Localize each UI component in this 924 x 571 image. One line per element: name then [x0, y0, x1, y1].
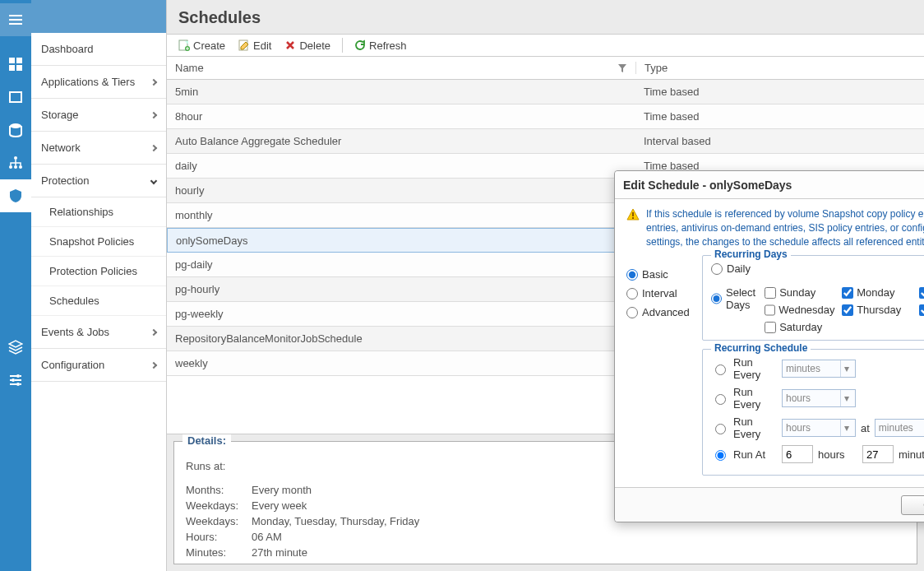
run-at-radio[interactable]: Run At: [711, 448, 777, 461]
rail-storage-icon[interactable]: [0, 114, 31, 146]
run-every-hours-radio[interactable]: Run Every: [711, 386, 777, 411]
svg-point-16: [632, 217, 634, 219]
chevron-right-icon: [150, 361, 157, 368]
hours-select-2[interactable]: hours▾: [782, 419, 856, 437]
cell-name: pg-daily: [167, 258, 635, 271]
recurring-daily-radio[interactable]: Daily: [711, 262, 924, 275]
warning-icon: [626, 208, 640, 221]
day-checkbox-tuesday[interactable]: Tuesday: [919, 286, 924, 299]
delete-button[interactable]: Delete: [280, 36, 335, 54]
minutes-select-2[interactable]: minutes▾: [875, 419, 924, 437]
table-row[interactable]: 5minTime based: [167, 80, 924, 104]
svg-rect-4: [10, 92, 21, 102]
chevron-down-icon: ▾: [840, 390, 852, 406]
day-checkbox-saturday[interactable]: Saturday: [765, 321, 834, 333]
create-icon: [178, 39, 190, 51]
delete-icon: [284, 39, 296, 51]
refresh-button[interactable]: Refresh: [349, 36, 412, 54]
cell-name: pg-hourly: [167, 283, 635, 295]
rail-dashboard-icon[interactable]: [0, 48, 31, 81]
cell-type: Time based: [635, 110, 924, 123]
toolbar: Create Edit Delete Refresh: [167, 34, 924, 57]
day-checkbox-wednesday[interactable]: Wednesday: [765, 304, 834, 316]
svg-point-5: [10, 123, 21, 128]
table-row[interactable]: Auto Balance Aggregate SchedulerInterval…: [167, 129, 924, 154]
recurring-schedule-fieldset: Recurring Schedule Run Every minutes▾ Ru…: [702, 349, 924, 476]
rail-apps-icon[interactable]: [0, 81, 31, 114]
hours-select[interactable]: hours▾: [782, 389, 856, 407]
sidebar-item-events[interactable]: Events & Jobs: [31, 316, 166, 349]
table-row[interactable]: 8hourTime based: [167, 104, 924, 129]
edit-icon: [238, 39, 250, 51]
minutes-select[interactable]: minutes▾: [782, 360, 856, 378]
detail-key: Hours:: [186, 531, 252, 543]
recurring-select-days-radio[interactable]: Select Days: [711, 286, 756, 311]
filter-icon[interactable]: [617, 63, 627, 73]
main-panel: Schedules Create Edit Delete Refresh Nam…: [167, 0, 924, 571]
chevron-right-icon: [150, 111, 157, 118]
cell-name: monthly: [167, 209, 635, 221]
day-checkbox-friday[interactable]: Friday: [919, 304, 924, 316]
minutes-unit-label: minutes: [899, 448, 924, 461]
sidebar-item-network[interactable]: Network: [31, 132, 166, 165]
refresh-icon: [354, 39, 366, 51]
cell-name: onlySomeDays: [168, 234, 636, 247]
sidebar-item-configuration[interactable]: Configuration: [31, 349, 166, 382]
rail-network-icon[interactable]: [0, 146, 31, 179]
minutes-input[interactable]: [862, 445, 894, 463]
sidebar-item-protection[interactable]: Protection: [31, 165, 166, 197]
create-button[interactable]: Create: [173, 36, 230, 54]
chevron-down-icon: [150, 177, 157, 183]
column-header-type[interactable]: Type: [635, 62, 924, 74]
cell-name: pg-weekly: [167, 308, 635, 320]
cell-name: hourly: [167, 184, 635, 197]
svg-rect-0: [9, 58, 15, 63]
mode-advanced-radio[interactable]: Advanced: [626, 306, 692, 318]
svg-point-6: [14, 156, 17, 160]
column-header-name[interactable]: Name: [167, 62, 635, 74]
sidebar: Dashboard Applications & Tiers Storage N…: [31, 0, 167, 571]
at-label: at: [861, 422, 870, 434]
cell-name: daily: [167, 160, 635, 172]
sidebar-sub-snapshot-policies[interactable]: Snapshot Policies: [31, 227, 166, 257]
rail-protection-icon[interactable]: [0, 179, 31, 212]
chevron-right-icon: [150, 144, 157, 151]
hours-input[interactable]: [782, 445, 813, 463]
svg-point-7: [9, 165, 12, 169]
rail-events-icon[interactable]: [0, 331, 31, 364]
chevron-right-icon: [150, 78, 157, 85]
hamburger-icon[interactable]: [0, 3, 31, 36]
cell-name: 5min: [167, 86, 635, 98]
sidebar-sub-schedules[interactable]: Schedules: [31, 286, 166, 316]
sidebar-item-applications[interactable]: Applications & Tiers: [31, 66, 166, 99]
day-checkbox-monday[interactable]: Monday: [842, 286, 911, 299]
sidebar-sub-relationships[interactable]: Relationships: [31, 197, 166, 227]
edit-schedule-dialog: Edit Schedule - onlySomeDays ✕ If this s…: [614, 170, 924, 522]
sidebar-sub-protection-policies[interactable]: Protection Policies: [31, 257, 166, 286]
day-checkbox-sunday[interactable]: Sunday: [765, 286, 834, 299]
run-every-hours-at-radio[interactable]: Run Every: [711, 415, 777, 440]
run-every-minutes-radio[interactable]: Run Every: [711, 356, 777, 381]
day-checkbox-thursday[interactable]: Thursday: [842, 304, 911, 316]
svg-point-9: [19, 165, 22, 169]
cell-name: 8hour: [167, 110, 635, 123]
svg-point-12: [16, 383, 20, 386]
svg-rect-1: [16, 58, 22, 63]
edit-button[interactable]: Edit: [233, 36, 276, 54]
svg-rect-3: [16, 65, 22, 71]
sidebar-item-dashboard[interactable]: Dashboard: [31, 33, 166, 66]
mode-basic-radio[interactable]: Basic: [626, 268, 692, 281]
detail-key: Weekdays:: [186, 499, 252, 512]
detail-key: Months:: [186, 484, 252, 496]
dialog-title: Edit Schedule - onlySomeDays: [623, 179, 792, 192]
cell-name: RepositoryBalanceMonitorJobSchedule: [167, 332, 635, 345]
cell-type: Interval based: [635, 135, 924, 147]
ok-button[interactable]: OK: [901, 495, 924, 515]
cell-name: Auto Balance Aggregate Scheduler: [167, 135, 635, 147]
rail-config-icon[interactable]: [0, 364, 31, 397]
sidebar-item-storage[interactable]: Storage: [31, 99, 166, 132]
mode-interval-radio[interactable]: Interval: [626, 287, 692, 299]
recurring-days-fieldset: Recurring Days Daily Select Days SundayM…: [702, 255, 924, 341]
chevron-down-icon: ▾: [840, 360, 852, 377]
chevron-down-icon: ▾: [840, 420, 852, 436]
